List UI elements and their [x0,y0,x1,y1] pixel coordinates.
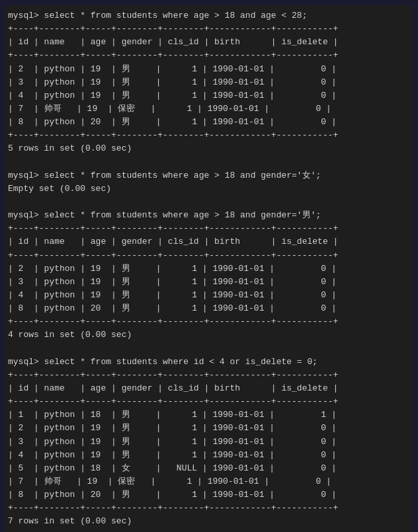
terminal: mysql> select * from students where age … [5,5,413,532]
terminal-content: mysql> select * from students where age … [8,9,410,528]
